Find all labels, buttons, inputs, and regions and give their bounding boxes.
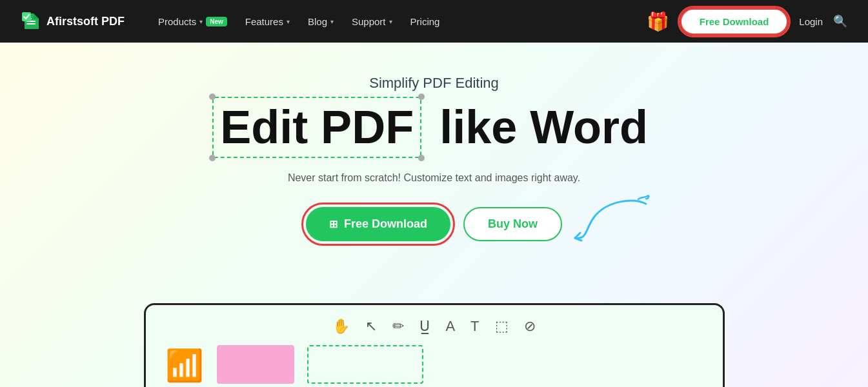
nav-right: 🎁 Free Download Login 🔍 [647, 8, 847, 35]
nav-blog[interactable]: Blog ▾ [300, 11, 341, 32]
hero-section: Simplify PDF Editing Edit PDF like Word … [0, 43, 868, 387]
nav-login-button[interactable]: Login [799, 16, 823, 27]
mockup-pink-block [217, 345, 294, 384]
hero-description: Never start from scratch! Customize text… [288, 172, 580, 184]
nav-features[interactable]: Features ▾ [237, 11, 298, 32]
hero-buy-now-button[interactable]: Buy Now [463, 207, 562, 241]
hero-title-part2: like Word [439, 101, 648, 153]
tool-pencil-icon: ✏ [392, 318, 404, 335]
tool-erase-icon: ⊘ [524, 318, 536, 335]
chevron-down-icon: ▾ [287, 18, 290, 25]
nav-support[interactable]: Support ▾ [344, 11, 400, 32]
navbar: Afirstsoft PDF Products ▾ New Features ▾… [0, 0, 868, 43]
nav-blog-label: Blog [308, 16, 327, 27]
tool-hand-icon: ✋ [332, 318, 350, 335]
wifi-illustration-icon: 📶 [165, 348, 204, 384]
nav-support-label: Support [352, 16, 386, 27]
hero-subtitle: Simplify PDF Editing [369, 75, 499, 92]
logo-text: Afirstsoft PDF [46, 15, 125, 28]
chevron-down-icon: ▾ [389, 18, 392, 25]
mockup-toolbar: ✋ ↖ ✏ U̲ A T ⬚ ⊘ [165, 318, 703, 335]
search-icon[interactable]: 🔍 [833, 14, 847, 28]
mockup-content: 📶 [165, 345, 703, 384]
hero-title-highlight: Edit PDF [220, 102, 414, 153]
nav-links: Products ▾ New Features ▾ Blog ▾ Support… [150, 11, 647, 32]
nav-products-label: Products [158, 16, 196, 27]
chevron-down-icon: ▾ [330, 18, 334, 25]
chevron-down-icon: ▾ [199, 18, 203, 25]
windows-icon: ⊞ [329, 218, 338, 230]
hero-cta-group: ⊞ Free Download Buy Now [306, 207, 562, 241]
tool-underline-icon: U̲ [419, 318, 430, 335]
nav-pricing-label: Pricing [410, 16, 440, 27]
products-badge: New [206, 17, 227, 26]
arrow-annotation [569, 194, 652, 246]
hero-free-download-label: Free Download [344, 217, 427, 231]
tool-text-a-icon: A [445, 318, 455, 335]
logo[interactable]: Afirstsoft PDF [21, 11, 125, 32]
nav-pricing[interactable]: Pricing [403, 11, 448, 32]
mockup-container: ✋ ↖ ✏ U̲ A T ⬚ ⊘ 📶 [144, 303, 725, 387]
hero-free-download-button[interactable]: ⊞ Free Download [306, 207, 450, 241]
nav-features-label: Features [245, 16, 283, 27]
hero-title-part1: Edit PDF [220, 101, 414, 153]
mockup-dashed-selection-box [307, 345, 423, 384]
nav-free-download-button[interactable]: Free Download [680, 8, 789, 35]
tool-ocr-icon: ⬚ [495, 318, 509, 335]
gift-icon: 🎁 [647, 11, 669, 32]
tool-select-icon: ↖ [365, 318, 377, 335]
mockup-window: ✋ ↖ ✏ U̲ A T ⬚ ⊘ 📶 [144, 303, 725, 387]
hero-title: Edit PDF like Word [220, 102, 648, 153]
nav-products[interactable]: Products ▾ New [150, 11, 235, 32]
tool-text-t-icon: T [470, 318, 479, 335]
